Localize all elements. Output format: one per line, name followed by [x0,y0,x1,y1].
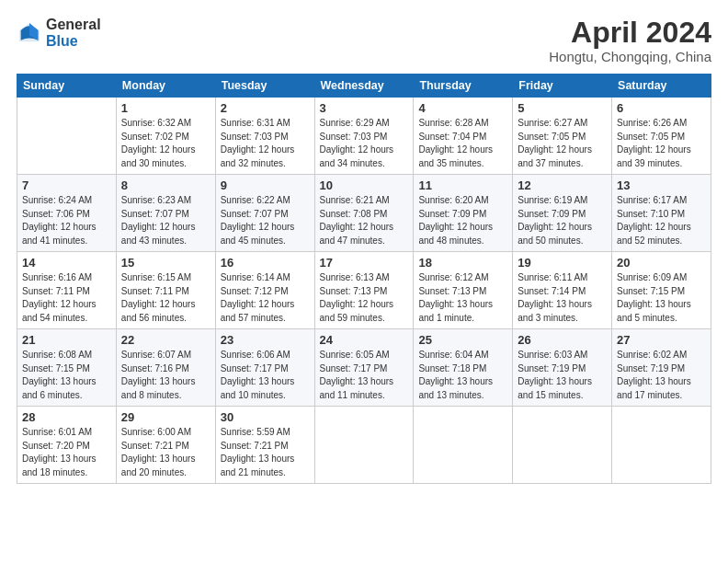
day-number: 15 [121,256,210,270]
day-info: Sunrise: 6:21 AMSunset: 7:08 PMDaylight:… [320,194,409,247]
day-number: 13 [617,178,706,192]
day-info: Sunrise: 6:07 AMSunset: 7:16 PMDaylight:… [121,349,210,402]
day-number: 25 [418,333,507,347]
day-info: Sunrise: 6:12 AMSunset: 7:13 PMDaylight:… [418,271,507,325]
day-info: Sunrise: 6:03 AMSunset: 7:19 PMDaylight:… [518,349,607,402]
day-number: 3 [320,101,409,115]
day-info: Sunrise: 6:20 AMSunset: 7:09 PMDaylight:… [418,194,507,247]
day-number: 10 [320,178,409,192]
day-number: 17 [320,256,409,270]
table-row: 7Sunrise: 6:24 AMSunset: 7:06 PMDaylight… [17,175,117,252]
table-row: 25Sunrise: 6:04 AMSunset: 7:18 PMDayligh… [414,329,513,407]
day-number: 19 [518,256,607,270]
month-year: April 2024 [549,17,711,49]
table-row: 2Sunrise: 6:31 AMSunset: 7:03 PMDaylight… [215,98,314,175]
day-info: Sunrise: 6:13 AMSunset: 7:13 PMDaylight:… [320,271,409,325]
table-row [17,98,117,175]
day-number: 22 [121,333,210,347]
col-friday: Friday [513,75,612,98]
day-number: 29 [121,410,210,424]
day-number: 20 [617,256,706,270]
location: Hongtu, Chongqing, China [549,49,711,64]
day-info: Sunrise: 5:59 AMSunset: 7:21 PMDaylight:… [221,426,310,479]
col-saturday: Saturday [612,75,711,98]
day-info: Sunrise: 6:02 AMSunset: 7:19 PMDaylight:… [617,349,706,402]
day-number: 30 [221,410,310,424]
day-number: 1 [121,101,210,115]
table-row: 19Sunrise: 6:11 AMSunset: 7:14 PMDayligh… [513,252,612,329]
day-number: 14 [22,256,111,270]
table-row: 28Sunrise: 6:01 AMSunset: 7:20 PMDayligh… [17,407,117,484]
table-row: 10Sunrise: 6:21 AMSunset: 7:08 PMDayligh… [314,175,414,252]
day-info: Sunrise: 6:29 AMSunset: 7:03 PMDaylight:… [320,117,409,170]
day-info: Sunrise: 6:24 AMSunset: 7:06 PMDaylight:… [22,194,111,247]
table-row: 1Sunrise: 6:32 AMSunset: 7:02 PMDaylight… [116,98,215,175]
day-number: 28 [22,410,111,424]
table-row: 23Sunrise: 6:06 AMSunset: 7:17 PMDayligh… [215,329,314,407]
day-info: Sunrise: 6:14 AMSunset: 7:12 PMDaylight:… [221,271,310,325]
table-row: 24Sunrise: 6:05 AMSunset: 7:17 PMDayligh… [314,329,414,407]
day-info: Sunrise: 6:04 AMSunset: 7:18 PMDaylight:… [418,349,507,402]
header: General Blue April 2024 Hongtu, Chongqin… [17,17,711,64]
day-info: Sunrise: 6:26 AMSunset: 7:05 PMDaylight:… [617,117,706,170]
table-row [314,407,414,484]
day-info: Sunrise: 6:27 AMSunset: 7:05 PMDaylight:… [518,117,607,170]
table-row: 22Sunrise: 6:07 AMSunset: 7:16 PMDayligh… [116,329,215,407]
table-row [612,407,711,484]
table-row: 6Sunrise: 6:26 AMSunset: 7:05 PMDaylight… [612,98,711,175]
table-row: 18Sunrise: 6:12 AMSunset: 7:13 PMDayligh… [414,252,513,329]
day-number: 21 [22,333,111,347]
table-row: 11Sunrise: 6:20 AMSunset: 7:09 PMDayligh… [414,175,513,252]
table-row: 14Sunrise: 6:16 AMSunset: 7:11 PMDayligh… [17,252,117,329]
day-info: Sunrise: 6:09 AMSunset: 7:15 PMDaylight:… [617,271,706,325]
table-row: 5Sunrise: 6:27 AMSunset: 7:05 PMDaylight… [513,98,612,175]
logo: General Blue [17,17,101,49]
day-info: Sunrise: 6:11 AMSunset: 7:14 PMDaylight:… [518,271,607,325]
day-info: Sunrise: 6:31 AMSunset: 7:03 PMDaylight:… [221,117,310,170]
day-info: Sunrise: 6:08 AMSunset: 7:15 PMDaylight:… [22,349,111,402]
col-sunday: Sunday [17,75,117,98]
table-row: 8Sunrise: 6:23 AMSunset: 7:07 PMDaylight… [116,175,215,252]
table-row: 12Sunrise: 6:19 AMSunset: 7:09 PMDayligh… [513,175,612,252]
col-tuesday: Tuesday [215,75,314,98]
day-info: Sunrise: 6:32 AMSunset: 7:02 PMDaylight:… [121,117,210,170]
day-number: 24 [320,333,409,347]
day-info: Sunrise: 6:01 AMSunset: 7:20 PMDaylight:… [22,426,111,479]
day-number: 8 [121,178,210,192]
day-number: 6 [617,101,706,115]
day-number: 7 [22,178,111,192]
day-info: Sunrise: 6:06 AMSunset: 7:17 PMDaylight:… [221,349,310,402]
col-monday: Monday [116,75,215,98]
table-row: 15Sunrise: 6:15 AMSunset: 7:11 PMDayligh… [116,252,215,329]
title-block: April 2024 Hongtu, Chongqing, China [549,17,711,64]
table-row: 3Sunrise: 6:29 AMSunset: 7:03 PMDaylight… [314,98,414,175]
day-number: 27 [617,333,706,347]
col-thursday: Thursday [414,75,513,98]
day-info: Sunrise: 6:22 AMSunset: 7:07 PMDaylight:… [221,194,310,247]
table-row: 20Sunrise: 6:09 AMSunset: 7:15 PMDayligh… [612,252,711,329]
table-row [513,407,612,484]
table-row: 16Sunrise: 6:14 AMSunset: 7:12 PMDayligh… [215,252,314,329]
day-info: Sunrise: 6:00 AMSunset: 7:21 PMDaylight:… [121,426,210,479]
logo-icon [17,20,42,46]
day-number: 9 [221,178,310,192]
day-info: Sunrise: 6:05 AMSunset: 7:17 PMDaylight:… [320,349,409,402]
day-number: 23 [221,333,310,347]
table-row: 13Sunrise: 6:17 AMSunset: 7:10 PMDayligh… [612,175,711,252]
calendar-week-5: 28Sunrise: 6:01 AMSunset: 7:20 PMDayligh… [17,407,711,484]
table-row: 21Sunrise: 6:08 AMSunset: 7:15 PMDayligh… [17,329,117,407]
logo-general: General [46,17,101,33]
calendar-week-1: 1Sunrise: 6:32 AMSunset: 7:02 PMDaylight… [17,98,711,175]
col-wednesday: Wednesday [314,75,414,98]
table-row: 4Sunrise: 6:28 AMSunset: 7:04 PMDaylight… [414,98,513,175]
table-row: 27Sunrise: 6:02 AMSunset: 7:19 PMDayligh… [612,329,711,407]
calendar-week-3: 14Sunrise: 6:16 AMSunset: 7:11 PMDayligh… [17,252,711,329]
day-number: 18 [418,256,507,270]
calendar-table: Sunday Monday Tuesday Wednesday Thursday… [17,74,711,484]
day-number: 12 [518,178,607,192]
table-row: 26Sunrise: 6:03 AMSunset: 7:19 PMDayligh… [513,329,612,407]
calendar-week-4: 21Sunrise: 6:08 AMSunset: 7:15 PMDayligh… [17,329,711,407]
day-number: 11 [418,178,507,192]
table-row: 30Sunrise: 5:59 AMSunset: 7:21 PMDayligh… [215,407,314,484]
day-info: Sunrise: 6:28 AMSunset: 7:04 PMDaylight:… [418,117,507,170]
